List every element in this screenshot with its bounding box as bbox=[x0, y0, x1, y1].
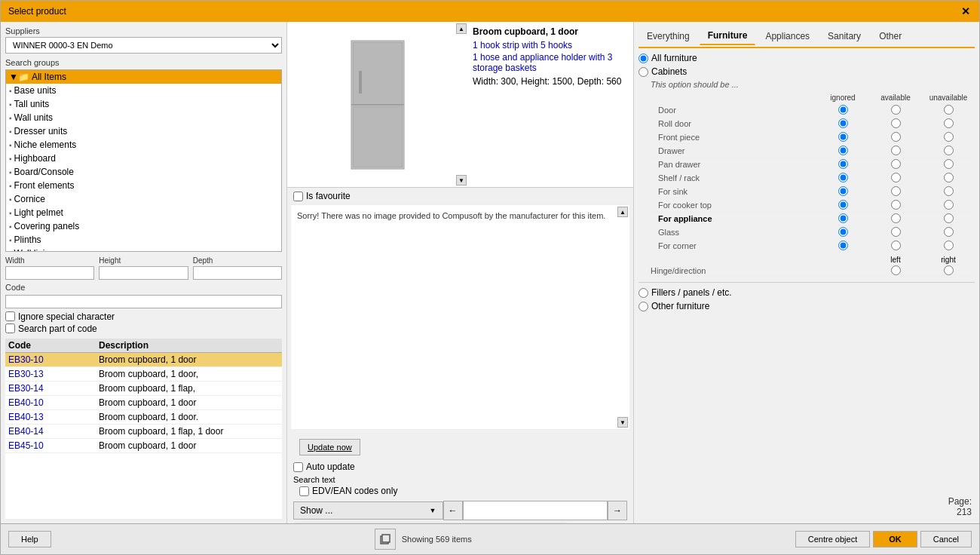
tree-root-all-items[interactable]: ▼ 📁 All Items bbox=[6, 70, 281, 84]
tree-item[interactable]: ▪Light pelmet bbox=[6, 206, 281, 219]
search-part-checkbox[interactable] bbox=[5, 323, 15, 333]
radio-available[interactable] bbox=[891, 159, 901, 169]
radio-available[interactable] bbox=[891, 227, 901, 237]
tree-item[interactable]: ▪Wall linings bbox=[6, 247, 281, 252]
all-furniture-radio[interactable] bbox=[639, 54, 648, 63]
filter-tab-everything[interactable]: Everything bbox=[639, 26, 698, 45]
cabinets-radio[interactable] bbox=[639, 67, 648, 77]
tree-item[interactable]: ▪Tall units bbox=[6, 97, 281, 111]
radio-unavailable[interactable] bbox=[944, 132, 954, 142]
height-input[interactable] bbox=[99, 266, 188, 280]
radio-available[interactable] bbox=[891, 132, 901, 142]
tree-item[interactable]: ▪Highboard bbox=[6, 152, 281, 165]
radio-available[interactable] bbox=[891, 173, 901, 182]
secondary-scroll-down[interactable]: ▼ bbox=[617, 417, 628, 428]
radio-ignored[interactable] bbox=[838, 132, 848, 142]
secondary-scroll-up[interactable]: ▲ bbox=[617, 207, 628, 217]
radio-ignored[interactable] bbox=[838, 146, 848, 155]
radio-ignored[interactable] bbox=[838, 159, 848, 169]
centre-object-button[interactable]: Centre object bbox=[795, 531, 870, 547]
tree-item[interactable]: ▪Base units bbox=[6, 84, 281, 97]
update-now-button[interactable]: Update now bbox=[299, 439, 360, 455]
width-input[interactable] bbox=[5, 266, 94, 280]
radio-unavailable[interactable] bbox=[944, 159, 954, 169]
radio-ignored[interactable] bbox=[838, 241, 848, 250]
radio-unavailable[interactable] bbox=[944, 227, 954, 237]
close-button[interactable]: ✕ bbox=[960, 5, 972, 17]
go-button[interactable]: → bbox=[608, 501, 627, 520]
radio-available[interactable] bbox=[891, 213, 901, 223]
tree-item[interactable]: ▪Plinths bbox=[6, 233, 281, 247]
filter-tab-other[interactable]: Other bbox=[871, 26, 910, 45]
table-row[interactable]: EB40-10Broom cupboard, 1 door bbox=[5, 396, 282, 410]
product-title: Broom cupboard, 1 door bbox=[473, 26, 629, 37]
radio-unavailable[interactable] bbox=[944, 200, 954, 210]
radio-unavailable[interactable] bbox=[944, 146, 954, 155]
radio-ignored[interactable] bbox=[838, 227, 848, 237]
filter-tab-appliances[interactable]: Appliances bbox=[757, 26, 818, 45]
tree-item[interactable]: ▪Niche elements bbox=[6, 138, 281, 152]
table-row[interactable]: EB40-14Broom cupboard, 1 flap, 1 door bbox=[5, 425, 282, 439]
fillers-radio[interactable] bbox=[639, 288, 648, 298]
radio-available[interactable] bbox=[891, 118, 901, 128]
tree-item[interactable]: ▪Covering panels bbox=[6, 219, 281, 233]
file-icon: ▪ bbox=[9, 114, 12, 122]
filter-tab-sanitary[interactable]: Sanitary bbox=[819, 26, 869, 45]
tree-item[interactable]: ▪Board/Console bbox=[6, 165, 281, 179]
radio-ignored[interactable] bbox=[838, 186, 848, 196]
radio-ignored[interactable] bbox=[838, 173, 848, 182]
search-nav-input[interactable] bbox=[463, 501, 608, 520]
favourite-label: Is favourite bbox=[306, 191, 351, 201]
nav-back-button[interactable]: ← bbox=[443, 501, 463, 520]
other-furniture-radio[interactable] bbox=[639, 302, 648, 311]
table-row[interactable]: EB40-13Broom cupboard, 1 door. bbox=[5, 410, 282, 425]
icon-button[interactable] bbox=[375, 529, 396, 550]
radio-unavailable[interactable] bbox=[944, 186, 954, 196]
cancel-button[interactable]: Cancel bbox=[920, 531, 972, 547]
radio-unavailable[interactable] bbox=[944, 241, 954, 250]
table-body[interactable]: EB30-10Broom cupboard, 1 doorEB30-13Broo… bbox=[5, 353, 282, 520]
show-dropdown-button[interactable]: Show ... ▼ bbox=[293, 501, 443, 520]
ok-button[interactable]: OK bbox=[873, 531, 917, 547]
tree-item[interactable]: ▪Cornice bbox=[6, 192, 281, 206]
tree-item[interactable]: ▪Front elements bbox=[6, 179, 281, 192]
favourite-checkbox[interactable] bbox=[293, 192, 303, 201]
help-button[interactable]: Help bbox=[8, 531, 51, 547]
tree-panel[interactable]: ▼ 📁 All Items ▪Base units▪Tall units▪Wal… bbox=[5, 69, 282, 252]
filter-tab-furniture[interactable]: Furniture bbox=[700, 26, 756, 45]
scroll-down-btn[interactable]: ▼ bbox=[456, 175, 467, 186]
radio-ignored[interactable] bbox=[838, 200, 848, 210]
option-row-for-sink: For sink bbox=[651, 185, 975, 198]
options-header: ignored available unavailable bbox=[651, 94, 975, 102]
radio-available[interactable] bbox=[891, 200, 901, 210]
table-row[interactable]: EB30-10Broom cupboard, 1 door bbox=[5, 353, 282, 367]
code-input[interactable] bbox=[5, 295, 282, 308]
depth-input[interactable] bbox=[193, 266, 282, 280]
radio-unavailable[interactable] bbox=[944, 173, 954, 182]
left-panel: Suppliers WINNER 0000-3 EN Demo Search g… bbox=[1, 22, 287, 523]
radio-ignored[interactable] bbox=[838, 105, 848, 115]
scroll-up-btn[interactable]: ▲ bbox=[456, 23, 467, 34]
table-row[interactable]: EB30-14Broom cupboard, 1 flap, bbox=[5, 382, 282, 396]
tree-item[interactable]: ▪Wall units bbox=[6, 111, 281, 124]
table-row[interactable]: EB30-13Broom cupboard, 1 door, bbox=[5, 367, 282, 382]
radio-available[interactable] bbox=[891, 186, 901, 196]
radio-available[interactable] bbox=[891, 241, 901, 250]
radio-available[interactable] bbox=[891, 146, 901, 155]
main-area: Suppliers WINNER 0000-3 EN Demo Search g… bbox=[1, 22, 979, 523]
radio-unavailable[interactable] bbox=[944, 213, 954, 223]
tree-item[interactable]: ▪Dresser units bbox=[6, 124, 281, 138]
table-row[interactable]: EB45-10Broom cupboard, 1 door bbox=[5, 439, 282, 453]
radio-ignored[interactable] bbox=[838, 213, 848, 223]
supplier-select[interactable]: WINNER 0000-3 EN Demo bbox=[5, 37, 282, 54]
edv-checkbox[interactable] bbox=[299, 486, 309, 496]
hinge-left-radio[interactable] bbox=[891, 265, 901, 275]
ignore-special-checkbox[interactable] bbox=[5, 311, 15, 321]
hinge-right-radio[interactable] bbox=[944, 265, 954, 275]
showing-text: Showing 569 items bbox=[402, 535, 472, 544]
auto-update-checkbox[interactable] bbox=[293, 462, 303, 472]
radio-unavailable[interactable] bbox=[944, 105, 954, 115]
radio-ignored[interactable] bbox=[838, 118, 848, 128]
radio-unavailable[interactable] bbox=[944, 118, 954, 128]
radio-available[interactable] bbox=[891, 105, 901, 115]
